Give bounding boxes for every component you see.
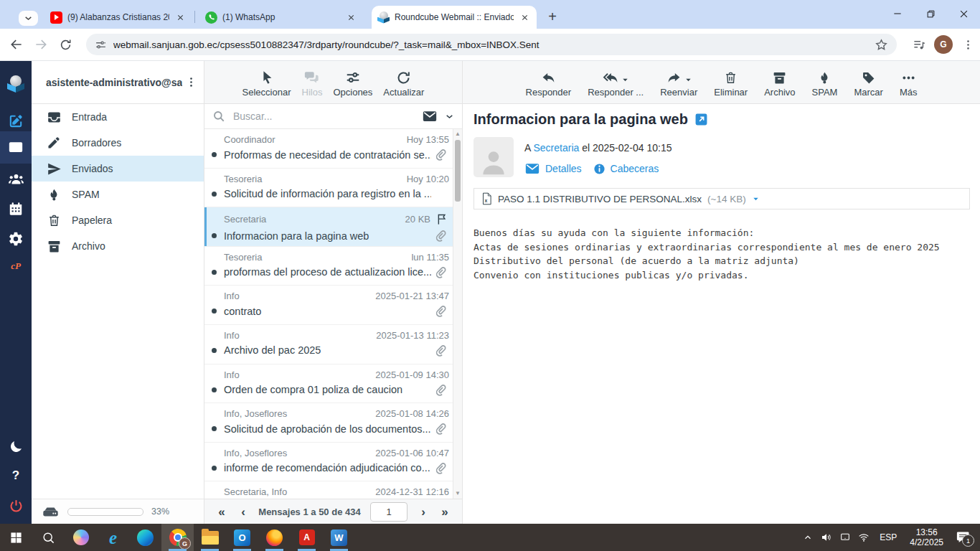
list-toolbar-button[interactable]: Actualizar bbox=[381, 67, 426, 98]
message-toolbar-button[interactable]: Responder bbox=[524, 67, 574, 98]
message-subject: contrato bbox=[224, 306, 431, 317]
mail-icon[interactable] bbox=[0, 133, 32, 161]
settings-gear-icon[interactable] bbox=[0, 225, 32, 253]
internet-explorer-taskbar-icon[interactable]: e bbox=[97, 524, 129, 551]
next-page-button[interactable]: › bbox=[413, 506, 433, 518]
search-scope-mail-icon[interactable] bbox=[422, 108, 438, 124]
minimize-window-icon[interactable] bbox=[881, 0, 914, 27]
tab-search-button[interactable] bbox=[19, 11, 38, 26]
previous-page-button[interactable]: ‹ bbox=[233, 506, 253, 518]
cpanel-icon[interactable]: cP bbox=[0, 252, 32, 281]
folder-item[interactable]: Enviados bbox=[32, 156, 204, 182]
scrollbar-thumb[interactable] bbox=[455, 140, 461, 202]
message-row[interactable]: Tesoreria lun 11:35 proformas del proces… bbox=[204, 247, 453, 286]
first-page-button[interactable]: « bbox=[212, 506, 232, 518]
folder-item[interactable]: Archivo bbox=[32, 233, 204, 259]
address-bar[interactable]: webmail.sanjuan.gob.ec/cpsess5010882347/… bbox=[86, 34, 897, 55]
message-row[interactable]: Info 2025-01-13 11:23 Archivo del pac 20… bbox=[204, 325, 453, 364]
copilot-taskbar-icon[interactable] bbox=[65, 524, 97, 551]
media-controls-icon[interactable] bbox=[907, 38, 931, 52]
chrome-taskbar-icon[interactable]: G bbox=[161, 524, 194, 551]
word-taskbar-icon[interactable]: W bbox=[323, 524, 355, 551]
recipient-link[interactable]: Secretaria bbox=[533, 142, 579, 154]
taskbar-clock[interactable]: 13:56 4/2/2025 bbox=[910, 527, 943, 547]
forward-icon[interactable] bbox=[29, 32, 53, 57]
message-row[interactable]: Secretaria 20 KB Informacion para la pag… bbox=[204, 207, 453, 247]
message-row[interactable]: Info 2025-01-09 14:30 Orden de compra 01… bbox=[204, 364, 453, 404]
folder-item[interactable]: Borradores bbox=[32, 130, 204, 156]
browser-tab-roundcube[interactable]: Roundcube Webmail :: Enviados bbox=[372, 6, 537, 29]
message-row[interactable]: Tesoreria Hoy 10:20 Solicitud de informa… bbox=[204, 169, 453, 208]
tablet-workspace-icon[interactable] bbox=[836, 532, 854, 543]
bookmark-star-icon[interactable] bbox=[875, 38, 888, 52]
message-toolbar-button[interactable]: SPAM bbox=[810, 67, 840, 98]
message-row[interactable]: Secretaria, Info 2024-12-31 12:16 bbox=[204, 481, 453, 499]
open-in-new-window-icon[interactable] bbox=[694, 113, 708, 126]
volume-icon[interactable] bbox=[817, 532, 836, 543]
message-toolbar-button[interactable]: Eliminar bbox=[712, 67, 750, 98]
compose-icon[interactable] bbox=[0, 106, 32, 135]
account-menu-icon[interactable] bbox=[182, 76, 199, 88]
list-toolbar-button[interactable]: Seleccionar bbox=[240, 67, 293, 98]
dropdown-caret-icon[interactable] bbox=[621, 76, 629, 84]
search-input[interactable] bbox=[232, 110, 422, 123]
message-date: lun 11:35 bbox=[411, 252, 449, 263]
acrobat-taskbar-icon[interactable]: A bbox=[291, 524, 323, 551]
list-toolbar-button[interactable]: Opciones bbox=[331, 67, 374, 98]
outlook-taskbar-icon[interactable]: O bbox=[226, 524, 258, 551]
message-toolbar-button[interactable]: Más bbox=[897, 67, 920, 98]
headers-link[interactable]: Cabeceras bbox=[611, 163, 659, 174]
details-link[interactable]: Detalles bbox=[545, 163, 582, 174]
site-settings-icon[interactable] bbox=[95, 39, 107, 51]
calendar-icon[interactable] bbox=[0, 194, 32, 223]
taskbar-search-icon[interactable] bbox=[32, 524, 65, 551]
message-toolbar-button[interactable]: Reenviar bbox=[658, 67, 699, 98]
message-row[interactable]: Info, Joseflores 2025-01-08 14:26 Solici… bbox=[204, 403, 453, 443]
dropdown-caret-icon[interactable] bbox=[684, 76, 692, 84]
folder-item[interactable]: SPAM bbox=[32, 182, 204, 207]
last-page-button[interactable]: » bbox=[435, 506, 455, 518]
message-row[interactable]: Coordinador Hoy 13:55 Proformas de neces… bbox=[204, 129, 453, 169]
close-tab-icon[interactable] bbox=[174, 11, 187, 24]
start-button[interactable] bbox=[0, 524, 32, 551]
wifi-icon[interactable] bbox=[854, 532, 873, 543]
close-tab-icon[interactable] bbox=[519, 11, 531, 24]
scrollbar-up-icon[interactable]: ▲ bbox=[453, 131, 462, 138]
close-window-icon[interactable] bbox=[947, 0, 980, 27]
tray-chevron-up-icon[interactable] bbox=[798, 532, 817, 542]
page-number-input[interactable] bbox=[370, 502, 407, 522]
attachment-bar[interactable]: x PASO 1.1 DISTRIBUTIVO DE PERSONAL.xlsx… bbox=[473, 188, 970, 209]
message-date: 20 KB bbox=[405, 214, 430, 225]
language-indicator[interactable]: ESP bbox=[880, 532, 897, 542]
notification-center-icon[interactable]: 1 bbox=[950, 531, 974, 544]
browser-tab-youtube[interactable]: (9) Alabanzas Cristianas 2025 🙏 bbox=[44, 6, 192, 29]
message-toolbar-button[interactable]: Archivo bbox=[762, 67, 797, 98]
search-options-chevron-icon[interactable] bbox=[445, 112, 454, 121]
help-icon[interactable]: ? bbox=[0, 461, 32, 490]
folder-item[interactable]: Entrada bbox=[32, 104, 204, 130]
attachment-caret-icon[interactable] bbox=[752, 195, 760, 203]
file-explorer-taskbar-icon[interactable] bbox=[194, 524, 226, 551]
message-toolbar-button[interactable]: Responder ... bbox=[585, 67, 646, 98]
message-row[interactable]: Info, Joseflores 2025-01-06 10:47 inform… bbox=[204, 443, 453, 482]
scrollbar-down-icon[interactable]: ▼ bbox=[453, 490, 462, 497]
new-tab-button[interactable]: + bbox=[543, 7, 562, 26]
reload-icon[interactable] bbox=[53, 32, 77, 57]
edge-taskbar-icon[interactable] bbox=[129, 524, 161, 551]
list-toolbar-button[interactable]: Hilos bbox=[300, 67, 325, 98]
contacts-icon[interactable] bbox=[0, 165, 32, 194]
browser-menu-icon[interactable] bbox=[956, 39, 980, 51]
restore-window-icon[interactable] bbox=[914, 0, 947, 27]
dark-mode-moon-icon[interactable] bbox=[0, 432, 32, 461]
logout-power-icon[interactable] bbox=[0, 491, 32, 520]
back-icon[interactable] bbox=[4, 32, 29, 57]
folder-item[interactable]: Papelera bbox=[32, 207, 204, 233]
profile-avatar[interactable]: G bbox=[934, 35, 953, 54]
message-toolbar-button[interactable]: Marcar bbox=[852, 67, 885, 98]
firefox-taskbar-icon[interactable] bbox=[258, 524, 291, 551]
close-tab-icon[interactable] bbox=[345, 11, 357, 24]
message-row[interactable]: Info 2025-01-21 13:47 contrato bbox=[204, 286, 453, 325]
account-header: asistente-administrativo@sa... bbox=[32, 61, 204, 104]
list-scrollbar[interactable]: ▲ ▼ bbox=[453, 129, 462, 499]
browser-tab-whatsapp[interactable]: (1) WhatsApp bbox=[199, 6, 363, 29]
